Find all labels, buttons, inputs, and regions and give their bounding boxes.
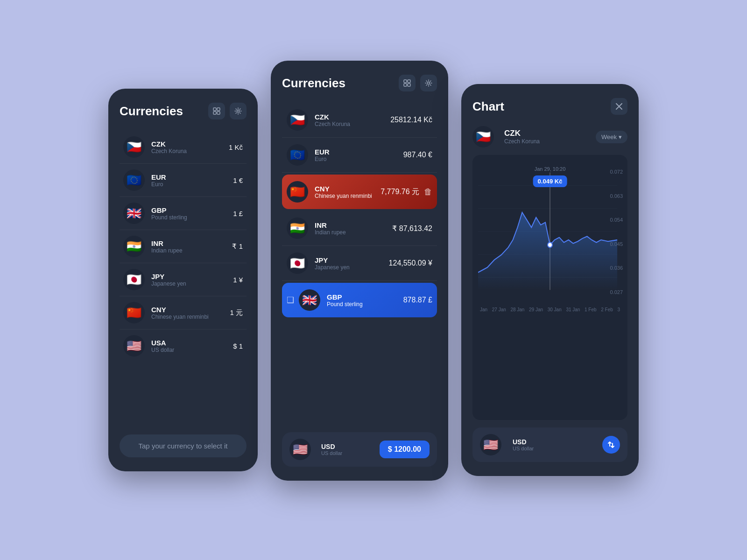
c-jpy-code: JPY xyxy=(315,256,389,264)
usa-info: USA US dollar xyxy=(151,339,233,353)
center-list-item[interactable]: 🇯🇵 JPY Japanese yen 124,550.09 ¥ xyxy=(282,246,437,281)
inr-code: INR xyxy=(151,239,232,247)
c-inr-flag: 🇮🇳 xyxy=(287,217,308,239)
c-cny-info: CNY Chinese yuan renminbi xyxy=(315,185,381,199)
eur-value: 1 € xyxy=(233,176,243,184)
copy-icon[interactable]: ❑ xyxy=(287,295,294,305)
c-eur-info: EUR Euro xyxy=(315,148,403,162)
eur-code: EUR xyxy=(151,173,233,181)
list-item[interactable]: 🇬🇧 GBP Pound sterling 1 £ xyxy=(120,197,247,230)
c-inr-amount: ₹ 87,613.42 xyxy=(392,224,432,233)
c-eur-name: Euro xyxy=(315,156,403,162)
c-czk-flag: 🇨🇿 xyxy=(287,109,308,131)
svg-rect-8 xyxy=(408,84,410,86)
chevron-down-icon: ▾ xyxy=(619,133,622,140)
c-gbp-flag: 🇬🇧 xyxy=(299,289,320,311)
swap-button[interactable] xyxy=(602,436,620,454)
center-list-item-highlighted[interactable]: ❑ 🇬🇧 GBP Pound sterling 878.87 £ xyxy=(282,283,437,317)
x-label: 30 Jan xyxy=(548,307,562,312)
center-currency-list: 🇨🇿 CZK Czech Koruna 25812.14 Kč 🇪🇺 EUR E… xyxy=(282,103,437,319)
usa-code: USA xyxy=(151,339,233,347)
svg-point-4 xyxy=(237,110,240,112)
bottom-right-currency-info: USD US dollar xyxy=(513,438,597,451)
svg-rect-1 xyxy=(217,108,220,111)
inr-info: INR Indian rupee xyxy=(151,239,232,254)
usa-flag: 🇺🇸 xyxy=(123,335,145,357)
usa-value: $ 1 xyxy=(233,342,243,350)
x-label: 2 Feb xyxy=(601,307,613,312)
week-selector[interactable]: Week ▾ xyxy=(596,131,627,143)
left-settings-button[interactable] xyxy=(230,103,247,119)
inr-flag: 🇮🇳 xyxy=(123,236,145,257)
c-cny-flag: 🇨🇳 xyxy=(287,181,308,203)
cny-code: CNY xyxy=(151,306,230,314)
week-label: Week xyxy=(601,133,617,140)
gbp-info: GBP Pound sterling xyxy=(151,206,233,221)
czk-flag: 🇨🇿 xyxy=(123,136,145,158)
center-settings-button[interactable] xyxy=(420,75,437,91)
c-gbp-name: Pound sterling xyxy=(327,301,403,308)
svg-rect-5 xyxy=(404,80,407,83)
c-cny-amount: 7,779.76 元 xyxy=(381,187,419,197)
czk-code: CZK xyxy=(151,140,229,148)
center-list-item[interactable]: 🇪🇺 EUR Euro 987.40 € xyxy=(282,138,437,173)
inr-value: ₹ 1 xyxy=(232,242,243,251)
c-inr-name: Indian rupee xyxy=(315,229,392,236)
svg-rect-2 xyxy=(213,112,216,114)
czk-name: Czech Koruna xyxy=(151,148,229,154)
eur-name: Euro xyxy=(151,181,233,188)
svg-rect-6 xyxy=(408,80,410,83)
list-item[interactable]: 🇪🇺 EUR Euro 1 € xyxy=(120,164,247,197)
right-phone-title: Chart xyxy=(472,99,504,114)
close-button[interactable] xyxy=(611,98,627,115)
chart-y-axis: 0.072 0.063 0.054 0.045 0.036 0.027 xyxy=(610,169,623,295)
list-item[interactable]: 🇨🇳 CNY Chinese yuan renminbi 1 元 xyxy=(120,296,247,329)
bottom-right-code: USD xyxy=(513,438,597,446)
chart-bottom-bar: 🇺🇸 USD US dollar xyxy=(472,427,627,462)
chart-czk-flag: 🇨🇿 xyxy=(472,126,494,147)
svg-point-16 xyxy=(548,242,552,247)
usa-name: US dollar xyxy=(151,347,233,353)
c-jpy-info: JPY Japanese yen xyxy=(315,256,389,271)
center-list-item[interactable]: 🇮🇳 INR Indian rupee ₹ 87,613.42 xyxy=(282,211,437,246)
left-header-icons xyxy=(208,103,247,119)
chart-header-row: 🇨🇿 CZK Czech Koruna Week ▾ xyxy=(472,126,627,147)
jpy-value: 1 ¥ xyxy=(233,276,243,284)
right-phone-header: Chart xyxy=(472,98,627,115)
y-label: 0.072 xyxy=(610,169,623,175)
left-add-button[interactable] xyxy=(208,103,225,119)
center-add-button[interactable] xyxy=(399,75,416,91)
svg-rect-7 xyxy=(404,84,407,86)
c-eur-flag: 🇪🇺 xyxy=(287,144,308,166)
x-label: 31 Jan xyxy=(566,307,580,312)
bottom-right-flag: 🇺🇸 xyxy=(480,434,501,455)
y-label: 0.054 xyxy=(610,217,623,223)
bottom-amount-button[interactable]: $ 1200.00 xyxy=(380,441,430,458)
bottom-usd-code: USD xyxy=(321,443,374,450)
eur-info: EUR Euro xyxy=(151,173,233,188)
jpy-code: JPY xyxy=(151,273,233,280)
delete-icon[interactable]: 🗑 xyxy=(424,187,432,197)
center-phone-header: Currencies xyxy=(282,75,437,91)
y-label: 0.036 xyxy=(610,265,623,271)
c-gbp-info: GBP Pound sterling xyxy=(327,293,403,308)
cny-info: CNY Chinese yuan renminbi xyxy=(151,306,230,320)
gbp-code: GBP xyxy=(151,206,233,214)
list-item[interactable]: 🇨🇿 CZK Czech Koruna 1 Kč xyxy=(120,131,247,164)
jpy-flag: 🇯🇵 xyxy=(123,269,145,290)
center-list-item-highlighted[interactable]: 🇨🇳 CNY Chinese yuan renminbi 7,779.76 元 … xyxy=(282,175,437,209)
c-czk-name: Czech Koruna xyxy=(315,121,390,127)
bottom-usd-info: USD US dollar xyxy=(321,443,374,456)
list-item[interactable]: 🇯🇵 JPY Japanese yen 1 ¥ xyxy=(120,263,247,296)
chart-x-axis: Jan 27 Jan 28 Jan 29 Jan 30 Jan 31 Jan 1… xyxy=(478,307,622,312)
inr-name: Indian rupee xyxy=(151,247,232,254)
x-label: 3 xyxy=(617,307,620,312)
center-list-item[interactable]: 🇨🇿 CZK Czech Koruna 25812.14 Kč xyxy=(282,103,437,138)
bottom-hint-container: Tap your currency to select it xyxy=(120,425,247,457)
list-item[interactable]: 🇮🇳 INR Indian rupee ₹ 1 xyxy=(120,230,247,263)
cny-flag: 🇨🇳 xyxy=(123,302,145,323)
x-label: Jan xyxy=(480,307,487,312)
bottom-usd-name: US dollar xyxy=(321,450,374,456)
list-item[interactable]: 🇺🇸 USA US dollar $ 1 xyxy=(120,329,247,362)
c-gbp-code: GBP xyxy=(327,293,403,301)
